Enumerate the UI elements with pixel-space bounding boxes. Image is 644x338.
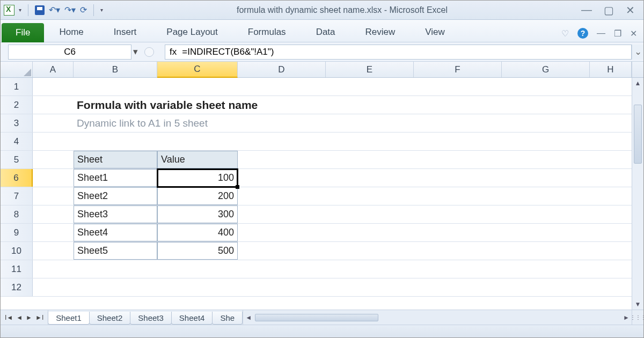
- cell-c9[interactable]: 400: [157, 224, 238, 241]
- grid: 1 2 Formula with variable sheet name 3 D…: [1, 78, 643, 310]
- cell-b9[interactable]: Sheet4: [74, 224, 157, 241]
- maximize-icon[interactable]: ▢: [604, 4, 614, 17]
- dropdown-icon[interactable]: ▾: [19, 7, 21, 13]
- name-box-dropdown-icon[interactable]: ▾: [130, 46, 140, 57]
- tab-split-icon[interactable]: ⋮⋮⋮: [632, 310, 643, 325]
- row-header-1[interactable]: 1: [1, 78, 33, 95]
- row-header-11[interactable]: 11: [1, 260, 33, 278]
- grid-rows[interactable]: 1 2 Formula with variable sheet name 3 D…: [1, 78, 632, 310]
- ribbon-restore-icon[interactable]: ❐: [614, 28, 621, 39]
- sheet-tab-4[interactable]: Sheet4: [171, 312, 213, 325]
- formula-input[interactable]: fx =INDIRECT(B6&"!A1"): [165, 45, 632, 60]
- col-header-a[interactable]: A: [33, 62, 74, 77]
- tab-formulas[interactable]: Formulas: [233, 23, 301, 42]
- fx-icon[interactable]: fx: [170, 47, 177, 57]
- hscroll-left-icon[interactable]: ◄: [243, 314, 254, 321]
- name-box-value: C6: [64, 47, 76, 57]
- row-5[interactable]: 5 Sheet Value: [1, 151, 632, 169]
- col-header-g[interactable]: G: [502, 62, 590, 77]
- name-box[interactable]: C6: [8, 45, 131, 60]
- vertical-scrollbar[interactable]: ▲ ▼: [632, 78, 643, 310]
- row-header-9[interactable]: 9: [1, 224, 33, 241]
- sheet-next-icon[interactable]: ►: [26, 314, 32, 321]
- vscroll-thumb[interactable]: [634, 105, 642, 164]
- tab-view[interactable]: View: [410, 23, 460, 42]
- status-bar: [1, 325, 643, 338]
- help-icon[interactable]: ?: [577, 28, 588, 39]
- row-12[interactable]: 12: [1, 278, 632, 297]
- row-2[interactable]: 2 Formula with variable sheet name: [1, 96, 632, 114]
- sheet-tab-3[interactable]: Sheet3: [130, 312, 172, 325]
- header-spacer: [632, 62, 643, 77]
- undo-icon[interactable]: ↶▾: [49, 5, 60, 15]
- title-bar: ▾ ↶▾ ↷▾ ⟳ ▾ formula with dynamic sheet n…: [1, 1, 643, 20]
- cancel-formula-icon[interactable]: [144, 47, 154, 57]
- row-8[interactable]: 8 Sheet3 300: [1, 205, 632, 224]
- formula-expand-icon[interactable]: ⌄: [632, 45, 643, 60]
- row-header-6[interactable]: 6: [1, 169, 33, 187]
- cell-b6[interactable]: Sheet1: [74, 169, 157, 187]
- cell-b8[interactable]: Sheet3: [74, 205, 157, 223]
- fill-handle[interactable]: [236, 185, 239, 189]
- col-header-b[interactable]: B: [74, 62, 157, 77]
- ribbon-close-icon[interactable]: ✕: [630, 28, 637, 39]
- col-header-h[interactable]: H: [590, 62, 632, 77]
- row-10[interactable]: 10 Sheet5 500: [1, 242, 632, 260]
- row-1[interactable]: 1: [1, 78, 632, 96]
- save-icon[interactable]: [35, 5, 45, 15]
- row-header-4[interactable]: 4: [1, 133, 33, 150]
- row-header-10[interactable]: 10: [1, 242, 33, 260]
- select-all-corner[interactable]: [1, 62, 33, 77]
- row-header-5[interactable]: 5: [1, 151, 33, 168]
- scroll-down-icon[interactable]: ▼: [632, 299, 643, 310]
- sheet-tab-2[interactable]: Sheet2: [89, 312, 131, 325]
- redo-icon[interactable]: ↷▾: [64, 5, 76, 15]
- hscroll-thumb[interactable]: [255, 314, 378, 321]
- tab-review[interactable]: Review: [350, 23, 411, 42]
- sheet-prev-icon[interactable]: ◄: [16, 314, 23, 321]
- row-header-12[interactable]: 12: [1, 278, 33, 296]
- horizontal-scrollbar[interactable]: ◄ ►: [243, 310, 632, 325]
- tab-data[interactable]: Data: [301, 23, 350, 42]
- hscroll-track[interactable]: [255, 314, 620, 321]
- ribbon-minimize-icon[interactable]: —: [597, 28, 605, 38]
- row-header-3[interactable]: 3: [1, 114, 33, 132]
- formula-bar: C6 ▾ fx =INDIRECT(B6&"!A1") ⌄: [1, 42, 643, 62]
- row-4[interactable]: 4: [1, 133, 632, 151]
- row-9[interactable]: 9 Sheet4 400: [1, 224, 632, 242]
- row-7[interactable]: 7 Sheet2 200: [1, 187, 632, 205]
- close-icon[interactable]: ✕: [626, 4, 635, 17]
- row-header-8[interactable]: 8: [1, 205, 33, 223]
- row-header-2[interactable]: 2: [1, 96, 33, 114]
- cell-b10[interactable]: Sheet5: [74, 242, 157, 260]
- cell-c6[interactable]: 100: [157, 169, 238, 187]
- sheet-tab-5[interactable]: She: [212, 312, 243, 325]
- vscroll-track[interactable]: [632, 89, 643, 299]
- col-header-d[interactable]: D: [238, 62, 326, 77]
- cell-c7[interactable]: 200: [157, 187, 238, 205]
- sheet-last-icon[interactable]: ►I: [35, 314, 43, 321]
- tab-page-layout[interactable]: Page Layout: [151, 23, 232, 42]
- file-tab[interactable]: File: [2, 23, 44, 42]
- refresh-icon[interactable]: ⟳: [80, 5, 87, 15]
- tab-insert[interactable]: Insert: [99, 23, 152, 42]
- row-header-7[interactable]: 7: [1, 187, 33, 205]
- cell-c8[interactable]: 300: [157, 205, 238, 223]
- sheet-tab-1[interactable]: Sheet1: [48, 312, 90, 325]
- col-header-e[interactable]: E: [326, 62, 414, 77]
- cell-b7[interactable]: Sheet2: [74, 187, 157, 205]
- row-3[interactable]: 3 Dynamic link to A1 in 5 sheet: [1, 114, 632, 133]
- sheet-first-icon[interactable]: I◄: [5, 314, 13, 321]
- heart-icon[interactable]: ♡: [561, 28, 569, 39]
- cell-c10[interactable]: 500: [157, 242, 238, 260]
- sheet-nav: I◄ ◄ ► ►I: [1, 310, 48, 325]
- tab-home[interactable]: Home: [44, 23, 98, 42]
- row-11[interactable]: 11: [1, 260, 632, 278]
- scroll-up-icon[interactable]: ▲: [632, 78, 643, 89]
- minimize-icon[interactable]: —: [581, 4, 592, 16]
- row-6[interactable]: 6 Sheet1 100: [1, 169, 632, 187]
- col-header-c[interactable]: C: [157, 62, 238, 78]
- sheet-tab-bar: I◄ ◄ ► ►I Sheet1 Sheet2 Sheet3 Sheet4 Sh…: [1, 310, 643, 325]
- col-header-f[interactable]: F: [414, 62, 502, 77]
- excel-icon: [4, 5, 14, 16]
